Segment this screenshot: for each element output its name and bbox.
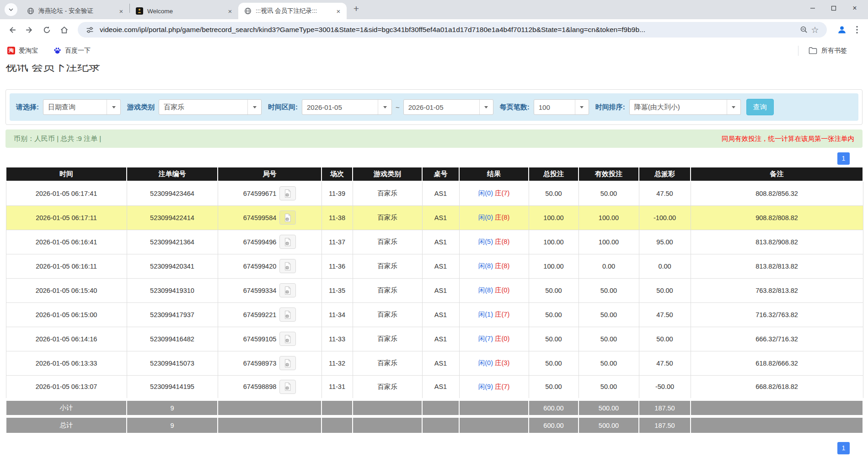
chevron-down-icon bbox=[378, 100, 391, 114]
column-header: 游戏类别 bbox=[353, 167, 422, 181]
back-button[interactable] bbox=[5, 22, 19, 37]
reload-button[interactable] bbox=[39, 22, 54, 37]
cell-note: 668.82/618.82 bbox=[691, 375, 863, 399]
video-playback-button[interactable] bbox=[279, 283, 296, 297]
video-playback-button[interactable] bbox=[279, 186, 296, 200]
per-page-select[interactable]: 100 bbox=[534, 99, 589, 115]
summary-cell-9: 187.50 bbox=[639, 399, 691, 416]
forward-button[interactable] bbox=[22, 22, 37, 37]
cell-total-bet[interactable]: 100.00 bbox=[529, 205, 579, 230]
site-settings-icon[interactable] bbox=[84, 24, 95, 35]
home-button[interactable] bbox=[57, 22, 71, 37]
game-type-select[interactable]: 百家乐 bbox=[159, 99, 262, 115]
video-playback-button[interactable] bbox=[279, 210, 296, 225]
summary-cell-7: 600.00 bbox=[529, 399, 579, 416]
result-player: 闲(0) bbox=[478, 359, 493, 367]
cell-total-bet[interactable]: 50.00 bbox=[529, 181, 579, 205]
round-number: 674599420 bbox=[243, 263, 277, 270]
summary-cell-7: 600.00 bbox=[529, 416, 579, 433]
cell-result: 闲(0) 庄(8) bbox=[459, 205, 529, 230]
search-button[interactable]: 查询 bbox=[746, 99, 774, 115]
cell-total-bet[interactable]: 50.00 bbox=[529, 302, 579, 327]
cell-valid-bet: 50.00 bbox=[579, 181, 639, 205]
maximize-button[interactable] bbox=[823, 0, 844, 16]
column-header: 场次 bbox=[321, 167, 353, 181]
close-icon[interactable]: × bbox=[334, 6, 343, 16]
video-playback-button[interactable] bbox=[279, 380, 296, 394]
summary-cell-8: 500.00 bbox=[579, 416, 639, 433]
video-playback-button[interactable] bbox=[279, 259, 296, 273]
all-bookmarks-button[interactable]: 所有书签 bbox=[809, 47, 868, 55]
query-type-select[interactable]: 日期查询 bbox=[43, 99, 121, 115]
browser-chrome: 海燕论坛 - 安全验证 × Welcome × :::视讯 会员下注纪录::: … bbox=[0, 0, 868, 61]
new-tab-button[interactable]: + bbox=[349, 2, 363, 16]
tab-search-button[interactable] bbox=[5, 3, 17, 16]
round-number: 674598898 bbox=[243, 383, 277, 390]
video-playback-button[interactable] bbox=[279, 356, 296, 370]
cell-total-bet[interactable]: 50.00 bbox=[529, 327, 579, 351]
date-from-select[interactable]: 2026-01-05 bbox=[302, 99, 392, 115]
video-record-icon bbox=[283, 382, 292, 391]
result-banker: 庄(0) bbox=[495, 286, 509, 294]
summary-cell-10 bbox=[691, 416, 863, 433]
taobao-icon: 淘 bbox=[7, 47, 15, 54]
round-number: 674599221 bbox=[243, 311, 277, 318]
round-number: 674599334 bbox=[243, 287, 277, 294]
close-window-button[interactable]: × bbox=[844, 0, 865, 16]
cell-valid-bet: 50.00 bbox=[579, 327, 639, 351]
game-type-value: 百家乐 bbox=[159, 103, 247, 112]
cell-total-bet[interactable]: 100.00 bbox=[529, 230, 579, 254]
cell-session: 11-36 bbox=[321, 254, 353, 278]
cell-total-bet[interactable]: 100.00 bbox=[529, 254, 579, 278]
bookmark-star-icon[interactable]: ☆ bbox=[809, 24, 820, 35]
video-playback-button[interactable] bbox=[279, 235, 296, 249]
cell-valid-bet: 50.00 bbox=[579, 351, 639, 375]
browser-menu-icon[interactable] bbox=[852, 24, 862, 36]
summary-cell-4 bbox=[353, 416, 422, 433]
table-row: 2026-01-05 06:15:40523099419310674599334… bbox=[6, 278, 863, 302]
pagination-top: 1 bbox=[0, 152, 850, 165]
cell-total-bet[interactable]: 50.00 bbox=[529, 351, 579, 375]
cell-time: 2026-01-05 06:16:41 bbox=[6, 230, 127, 254]
page-number-button[interactable]: 1 bbox=[837, 442, 850, 454]
video-record-icon bbox=[283, 213, 292, 222]
close-icon[interactable]: × bbox=[117, 6, 126, 16]
date-to-select[interactable]: 2026-01-05 bbox=[403, 99, 493, 115]
bookmark-baidu[interactable]: 百度一下 bbox=[54, 47, 91, 55]
summary-cell-0: 总计 bbox=[6, 416, 127, 433]
minimize-button[interactable] bbox=[802, 0, 823, 16]
bookmark-taobao[interactable]: 淘 爱淘宝 bbox=[7, 47, 38, 55]
round-number: 674599105 bbox=[243, 335, 277, 343]
column-header: 结果 bbox=[459, 167, 529, 181]
video-playback-button[interactable] bbox=[279, 332, 296, 346]
profile-avatar-icon[interactable] bbox=[836, 24, 848, 36]
cell-total-bet[interactable]: 50.00 bbox=[529, 375, 579, 399]
video-record-icon bbox=[283, 189, 292, 198]
cell-note: 813.82/908.82 bbox=[691, 230, 863, 254]
column-header: 桌号 bbox=[422, 167, 459, 181]
zoom-out-icon[interactable] bbox=[798, 24, 809, 35]
cell-game-type: 百家乐 bbox=[353, 254, 422, 278]
tab-haiyan-forum[interactable]: 海燕论坛 - 安全验证 × bbox=[21, 3, 129, 19]
cell-session: 11-35 bbox=[321, 278, 353, 302]
video-record-icon bbox=[283, 310, 292, 319]
video-record-icon bbox=[283, 286, 292, 295]
all-bookmarks-label: 所有书签 bbox=[821, 47, 847, 55]
cell-total-bet[interactable]: 50.00 bbox=[529, 278, 579, 302]
cell-time: 2026-01-05 06:15:00 bbox=[6, 302, 127, 327]
chevron-down-icon bbox=[107, 100, 120, 114]
video-playback-button[interactable] bbox=[279, 307, 296, 322]
page-number-button[interactable]: 1 bbox=[837, 152, 850, 165]
summary-cell-3 bbox=[321, 416, 353, 433]
cell-table-number: AS1 bbox=[422, 375, 459, 399]
tab-welcome[interactable]: Welcome × bbox=[130, 3, 238, 19]
sort-select[interactable]: 降冪(由大到小) bbox=[629, 99, 741, 115]
cell-game-type: 百家乐 bbox=[353, 230, 422, 254]
page-title-clip: 视讯 会员下注纪录 bbox=[5, 65, 868, 76]
close-icon[interactable]: × bbox=[225, 6, 235, 16]
table-header-row: 时间注单编号局号场次游戏类别桌号结果总投注有效投注总派彩备注 bbox=[6, 167, 863, 181]
tab-bet-record-active[interactable]: :::视讯 会员下注纪录::: × bbox=[238, 3, 347, 19]
summary-cell-5 bbox=[422, 399, 459, 416]
url-text[interactable]: videoie.com/ipl/portal.php/game/betrecor… bbox=[100, 26, 794, 34]
address-bar[interactable]: videoie.com/ipl/portal.php/game/betrecor… bbox=[78, 22, 827, 38]
